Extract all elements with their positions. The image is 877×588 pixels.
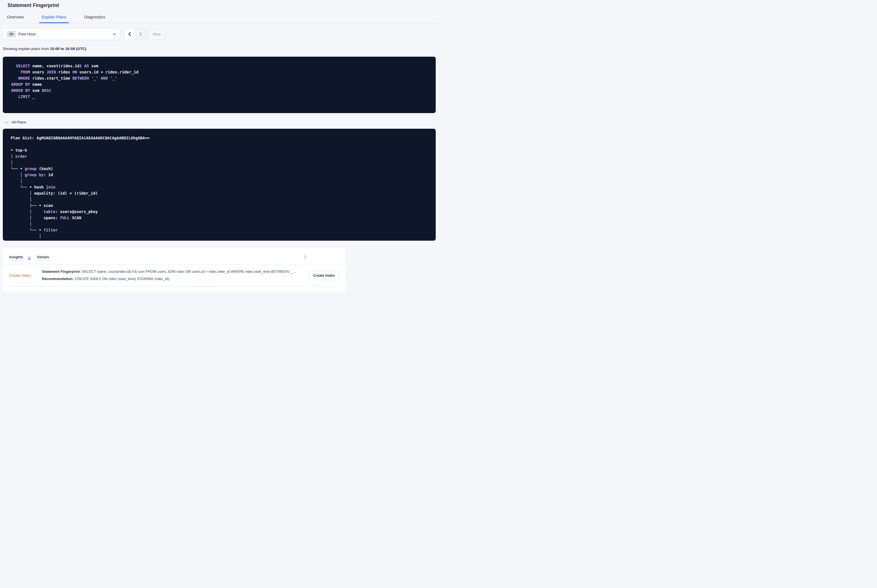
previous-range-button[interactable] (124, 28, 135, 40)
tab-explain-plans[interactable]: Explain Plans (39, 15, 69, 23)
all-plans-label: All Plans (12, 120, 26, 124)
arrow-left-icon: ← (5, 120, 9, 124)
range-caption-prefix: Showing explain plans from (3, 46, 50, 51)
recommendation-line: Recommendation: CREATE INDEX ON rides (s… (42, 276, 305, 281)
time-range-badge: 1h (7, 31, 16, 38)
tab-bar: Overview Explain Plans Diagnostics (0, 15, 438, 23)
range-caption-value: 15:00 to 16:59 (UTC) (50, 46, 86, 51)
chevron-left-icon (128, 32, 131, 36)
table-row: Create Index Statement Fingerprint: SELE… (3, 264, 346, 286)
time-range-select[interactable]: 1h Past Hour (3, 28, 120, 40)
sql-statement-block: SELECT name, count(rides.id) AS sum FROM… (3, 57, 436, 113)
plan-gist-block: Plan Gist: AgHUAQIABQAAAAHYAQIAiAEAAAADC… (3, 129, 436, 241)
next-range-button[interactable] (135, 28, 146, 40)
insight-create-index-link[interactable]: Create Index (9, 273, 42, 278)
time-step-buttons (124, 28, 146, 40)
recommendation-label: Recommendation: (42, 277, 74, 281)
column-header-insights[interactable]: Insights (9, 255, 23, 261)
now-button[interactable]: Now (148, 28, 165, 40)
details-cell: Statement Fingerprint: SELECT name, coun… (42, 269, 305, 281)
time-range-label: Past Hour (18, 32, 36, 36)
sort-desc-triangle (28, 258, 31, 260)
sort-asc-triangle (28, 256, 31, 257)
time-picker-row: 1h Past Hour Now (3, 28, 438, 40)
tab-diagnostics[interactable]: Diagnostics (81, 15, 108, 23)
sort-icon-insights[interactable] (28, 256, 31, 260)
insights-table-header: Insights Details (3, 248, 346, 264)
sort-asc-triangle (304, 255, 307, 256)
sort-desc-triangle (304, 257, 307, 259)
sort-icon-details[interactable] (304, 255, 307, 259)
all-plans-back-link[interactable]: ← All Plans (5, 120, 26, 124)
page-title: Statement Fingerprint (0, 0, 438, 8)
range-caption: Showing explain plans from 15:00 to 16:5… (3, 46, 438, 51)
tab-overview[interactable]: Overview (5, 15, 26, 23)
chevron-down-icon (113, 33, 116, 36)
statement-fingerprint-label: Statement Fingerprint: (42, 269, 81, 274)
statement-fingerprint-line: Statement Fingerprint: SELECT name, coun… (42, 269, 305, 274)
statement-fingerprint-page: Statement Fingerprint Overview Explain P… (0, 0, 438, 294)
column-header-details[interactable]: Details (37, 255, 49, 261)
insights-table: Insights Details Create Index Statement … (3, 248, 346, 291)
section-divider (0, 115, 438, 116)
chevron-right-icon (139, 32, 142, 36)
recommendation-text: CREATE INDEX ON rides (start_time) STORI… (74, 277, 170, 281)
statement-fingerprint-text: SELECT name, count(rides.id) AS sum FROM… (81, 269, 296, 274)
create-index-button[interactable]: Create Index (309, 271, 339, 280)
